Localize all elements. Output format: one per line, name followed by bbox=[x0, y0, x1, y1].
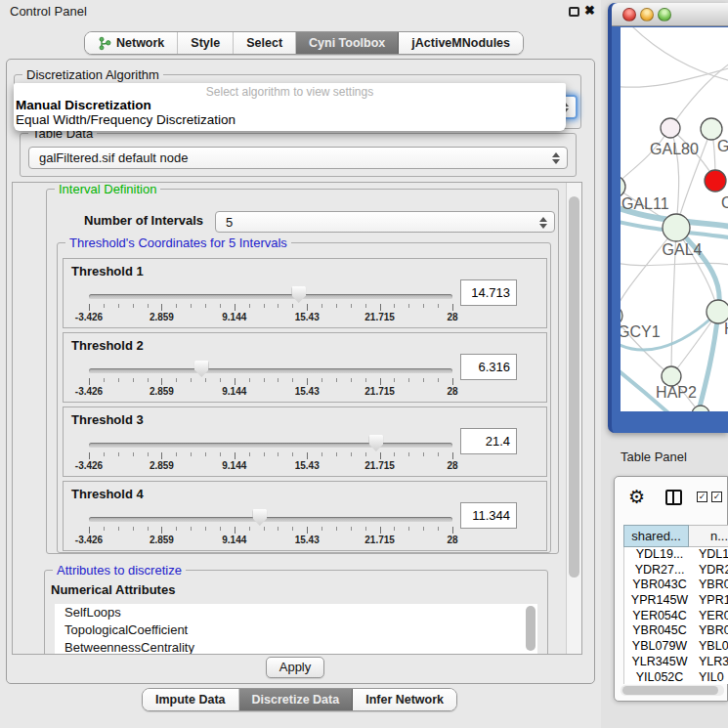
table-cell[interactable]: YPR1 bbox=[695, 593, 728, 609]
checkbox-icon[interactable]: ✓ bbox=[697, 492, 707, 502]
tab-select-label: Select bbox=[246, 36, 282, 50]
tab-cyni-toolbox[interactable]: Cyni Toolbox bbox=[296, 32, 399, 54]
table-cell[interactable]: YIL0 bbox=[695, 670, 728, 685]
network-node-c[interactable] bbox=[705, 170, 726, 192]
threshold-1-slider-track[interactable] bbox=[89, 294, 452, 299]
threshold-3-slider-thumb[interactable] bbox=[368, 435, 383, 451]
attribute-item[interactable]: BetweennessCentrality bbox=[55, 639, 537, 655]
threshold-2-slider-track[interactable] bbox=[89, 368, 452, 373]
tab-network[interactable]: Network bbox=[85, 32, 178, 54]
threshold-3-value-field[interactable]: 21.4 bbox=[460, 428, 517, 454]
panel-title: Control Panel bbox=[10, 4, 87, 19]
table-cell[interactable]: YBR0 bbox=[695, 623, 728, 639]
table-cell[interactable]: YBR045C bbox=[624, 623, 695, 639]
table-row[interactable]: YPR145WYPR1 bbox=[624, 593, 728, 609]
dropdown-option-manual-discretization[interactable]: Manual Discretization bbox=[14, 98, 566, 112]
table-row[interactable]: YER054CYER0 bbox=[624, 609, 728, 624]
threshold-1-value-field[interactable]: 14.713 bbox=[460, 279, 517, 306]
table-cell[interactable]: YIL052C bbox=[624, 670, 695, 685]
network-view-window[interactable]: GAL80G.CGAL11GAL4GCY1HHAP2 bbox=[608, 3, 728, 433]
table-cell[interactable]: YPR145W bbox=[624, 593, 695, 609]
slider-tick-label: 2.859 bbox=[150, 460, 174, 471]
checkbox-icon[interactable]: ✓ bbox=[711, 492, 722, 502]
table-row[interactable]: YDL19...YDL1 bbox=[624, 547, 728, 563]
network-node-hap2[interactable] bbox=[662, 366, 681, 386]
tab-style[interactable]: Style bbox=[178, 32, 234, 54]
numerical-attributes-label: Numerical Attributes bbox=[51, 582, 175, 597]
node-label: H bbox=[724, 321, 728, 337]
table-cell[interactable]: YDR2 bbox=[695, 563, 728, 578]
tab-jactivemnodules[interactable]: jActiveMNodules bbox=[399, 32, 523, 54]
slider-tick-label: 21.715 bbox=[364, 386, 395, 397]
network-node-g[interactable] bbox=[701, 118, 722, 140]
table-cell[interactable]: YLR345W bbox=[624, 655, 695, 670]
table-row[interactable]: YIL052CYIL0 bbox=[624, 670, 728, 685]
threshold-1-label: Threshold 1 bbox=[71, 264, 144, 278]
table-data-group: Table Data galFiltered.sif default node bbox=[20, 133, 577, 177]
number-of-intervals-value: 5 bbox=[226, 215, 233, 230]
column-header-name[interactable]: n... bbox=[689, 525, 728, 547]
settings-scrollbar-thumb[interactable] bbox=[569, 196, 579, 578]
close-traffic-light-icon[interactable] bbox=[622, 8, 636, 21]
tab-infer-network[interactable]: Infer Network bbox=[353, 689, 456, 710]
table-toolbar: ⚙ ✓ ✓ bbox=[615, 477, 727, 520]
table-cell[interactable]: YER0 bbox=[695, 609, 728, 624]
apply-button[interactable]: Apply bbox=[266, 657, 324, 678]
table-cell[interactable]: YBR0 bbox=[695, 578, 728, 593]
table-cell[interactable]: YBR043C bbox=[624, 578, 695, 593]
slider-ticks-major bbox=[89, 452, 453, 459]
attributes-group-title: Attributes to discretize bbox=[53, 563, 186, 578]
network-node-gal4[interactable] bbox=[663, 214, 690, 241]
float-window-icon[interactable] bbox=[569, 7, 579, 17]
table-row[interactable]: YDR27...YDR2 bbox=[624, 563, 728, 578]
network-node-gcy1[interactable] bbox=[621, 306, 622, 325]
table-row[interactable]: YLR345WYLR3 bbox=[624, 655, 728, 670]
table-panel-title: Table Panel bbox=[621, 450, 687, 464]
gear-icon[interactable]: ⚙ bbox=[628, 486, 645, 508]
threshold-2-value-field[interactable]: 6.316 bbox=[460, 354, 517, 380]
table-cell[interactable]: YER054C bbox=[624, 609, 695, 624]
dropdown-option-equal-width[interactable]: Equal Width/Frequency Discretization bbox=[14, 112, 566, 127]
columns-icon[interactable] bbox=[665, 490, 682, 505]
table-data-combobox[interactable]: galFiltered.sif default node bbox=[28, 147, 568, 169]
table-cell[interactable]: YBL079W bbox=[624, 639, 695, 655]
number-of-intervals-combobox[interactable]: 5 bbox=[215, 211, 555, 233]
table-cell[interactable]: YBL0 bbox=[695, 639, 728, 655]
dropdown-placeholder-option[interactable]: Select algorithm to view settings bbox=[14, 83, 566, 98]
zoom-traffic-light-icon[interactable] bbox=[658, 8, 671, 21]
threshold-4-label: Threshold 4 bbox=[71, 487, 144, 501]
threshold-1-slider-thumb[interactable] bbox=[291, 286, 306, 303]
slider-tick-label: 9.144 bbox=[222, 312, 246, 322]
attribute-item[interactable]: SelfLoops bbox=[55, 604, 537, 621]
threshold-2-slider-thumb[interactable] bbox=[194, 361, 209, 377]
close-icon[interactable]: ✖ bbox=[584, 3, 595, 18]
table-row[interactable]: YBL079WYBL0 bbox=[624, 639, 728, 655]
tab-select[interactable]: Select bbox=[234, 32, 296, 54]
threshold-4-slider-track[interactable] bbox=[89, 517, 452, 522]
tab-discretize-data[interactable]: Discretize Data bbox=[239, 689, 354, 710]
table-hscrollbar-thumb[interactable] bbox=[622, 686, 718, 695]
attribute-item[interactable]: TopologicalCoefficient bbox=[55, 621, 537, 639]
table-row[interactable]: YBR045CYBR0 bbox=[624, 623, 728, 639]
column-header-shared-name[interactable]: shared... bbox=[623, 525, 689, 547]
network-graph: GAL80G.CGAL11GAL4GCY1HHAP2 bbox=[621, 27, 728, 411]
network-canvas[interactable]: GAL80G.CGAL11GAL4GCY1HHAP2 bbox=[621, 27, 728, 411]
attributes-list-scrollbar[interactable] bbox=[525, 606, 536, 655]
threshold-4-slider-thumb[interactable] bbox=[252, 509, 267, 526]
table-cell[interactable]: YDR27... bbox=[624, 563, 695, 578]
attributes-scrollbar-thumb[interactable] bbox=[526, 606, 535, 651]
tab-impute-data[interactable]: Impute Data bbox=[143, 689, 239, 710]
table-cell[interactable]: YDL19... bbox=[624, 547, 695, 563]
table-row[interactable]: YBR043CYBR0 bbox=[624, 578, 728, 593]
node-label: HAP2 bbox=[656, 384, 697, 401]
network-node-gal80[interactable] bbox=[661, 118, 680, 138]
slider-tick-label: -3.426 bbox=[75, 312, 103, 322]
table-cell[interactable]: YDL1 bbox=[695, 547, 728, 563]
slider-tick-label: -3.426 bbox=[75, 386, 103, 397]
threshold-3-slider-track[interactable] bbox=[89, 443, 452, 448]
table-cell[interactable]: YLR3 bbox=[695, 655, 728, 670]
table-horizontal-scrollbar[interactable] bbox=[621, 685, 724, 696]
settings-vertical-scrollbar[interactable] bbox=[566, 183, 581, 654]
minimize-traffic-light-icon[interactable] bbox=[640, 8, 654, 21]
threshold-4-value-field[interactable]: 11.344 bbox=[460, 502, 517, 529]
